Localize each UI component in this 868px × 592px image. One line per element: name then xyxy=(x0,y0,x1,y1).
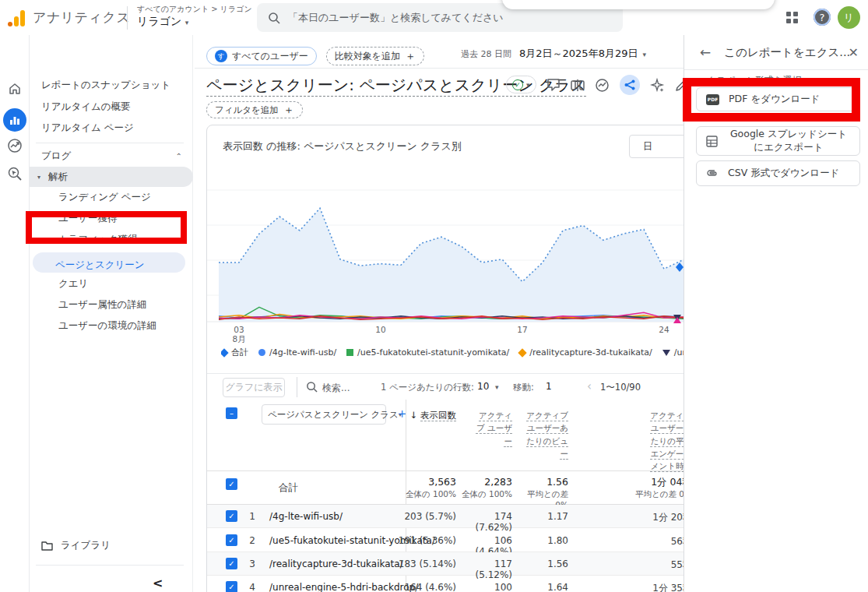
comparison-icon[interactable] xyxy=(571,78,585,92)
export-panel-header: ← このレポートをエクス... ✕ xyxy=(684,35,868,70)
chevron-down-icon[interactable]: ▾ xyxy=(495,383,499,391)
totals-checkbox[interactable]: ✓ xyxy=(226,478,237,490)
chevron-up-icon: ⌃ xyxy=(176,152,182,160)
totals-views-sub: 全体の 100% xyxy=(371,489,456,500)
add-filter-chip[interactable]: フィルタを追加 ＋ xyxy=(206,101,303,118)
all-users-chip[interactable]: す すべてのユーザー xyxy=(206,47,317,65)
reports-icon[interactable] xyxy=(3,108,26,132)
nav-realtime-pages[interactable]: リアルタイム ページ xyxy=(30,118,193,138)
nav-divider xyxy=(36,143,184,143)
search-placeholder: 「本日のユーザー数」と検索してみてください xyxy=(288,11,504,25)
attachment-icon xyxy=(706,167,719,179)
totals-label: 合計 xyxy=(279,481,298,495)
cell-time: 1分 35秒 xyxy=(568,582,692,592)
nav-report-snapshot[interactable]: レポートのスナップショット xyxy=(30,75,193,95)
nav-tech-details[interactable]: ユーザーの環境の詳細 xyxy=(30,315,193,336)
totals-time: 1分 04秒 xyxy=(568,476,692,489)
cell-vpu: 1.64 xyxy=(512,582,568,592)
column-header-views-per-user[interactable]: アクティブ ユーザーあ たりのビュ ー xyxy=(512,409,568,460)
goto-page-input[interactable]: 1 xyxy=(546,381,552,392)
data-quality-badge[interactable]: ✓ ▾ xyxy=(506,76,536,93)
nav-realtime-overview[interactable]: リアルタイムの概要 xyxy=(30,97,193,117)
legend-item: /ue5-fukatokutei-statunit-yomikata/ xyxy=(346,347,509,358)
row-checkbox[interactable]: ✓ xyxy=(226,534,237,546)
annotation-box-pages-screens xyxy=(26,211,187,244)
analytics-logo-icon[interactable] xyxy=(8,9,28,26)
legend-item: /realitycapture-3d-tukaikata/ xyxy=(519,347,652,358)
nav-divider-bottom xyxy=(36,565,184,566)
cell-views: 203 (5.7%) xyxy=(371,511,456,522)
square-marker-icon xyxy=(346,349,353,356)
cell-views: 164 (4.6%) xyxy=(371,582,456,592)
nav-landing-pages[interactable]: ランディング ページ xyxy=(30,187,193,207)
explore-icon[interactable] xyxy=(7,166,23,181)
date-range-picker[interactable]: 過去 28 日間8月2日～2025年8月29日▾ xyxy=(461,47,646,61)
close-icon[interactable]: ✕ xyxy=(849,45,859,60)
google-apps-grid-icon[interactable] xyxy=(786,12,798,23)
property-selector[interactable]: リラゴン ▾ xyxy=(137,15,188,29)
column-header-avg-engagement[interactable]: アクティブ ユーザーあ たりの平均 エンゲージ メント時間 xyxy=(568,409,692,472)
avatar[interactable]: リ xyxy=(838,6,860,29)
column-header-views[interactable]: ↓ 表示回数 xyxy=(371,409,456,423)
row-checkbox[interactable]: ✓ xyxy=(226,581,237,592)
row-checkbox[interactable]: ✓ xyxy=(226,558,237,569)
tri-down-marker-icon xyxy=(662,350,670,356)
diamond-marker-icon xyxy=(518,348,527,357)
expand-caret-icon: ▾ xyxy=(37,174,40,181)
back-arrow-icon[interactable]: ← xyxy=(700,44,711,60)
cell-views: 191 (5.36%) xyxy=(371,535,456,546)
account-breadcrumb[interactable]: すべてのアカウント > リラゴン xyxy=(137,4,252,15)
column-header-active-users[interactable]: アクティ ブ ユーザ ー xyxy=(456,409,512,447)
dimension-dropdown[interactable]: ページパスとスクリーン クラス ▾ xyxy=(262,404,386,425)
folder-icon xyxy=(41,541,53,551)
home-icon[interactable] xyxy=(8,82,22,96)
nav-library[interactable]: ライブラリ xyxy=(30,535,193,555)
totals-time-sub: 平均との差 0% xyxy=(568,489,692,500)
rows-per-page-select[interactable]: 10 xyxy=(477,381,489,392)
insights-icon[interactable] xyxy=(595,78,610,93)
check-circle-icon: ✓ xyxy=(512,79,523,90)
share-icon[interactable] xyxy=(620,75,640,95)
circle-marker-icon xyxy=(258,349,265,356)
goto-page-label: 移動: xyxy=(513,382,534,393)
nav-demographics-details[interactable]: ユーザー属性の詳細 xyxy=(30,294,193,315)
row-index: 1 xyxy=(244,511,255,522)
cell-views: 183 (5.14%) xyxy=(371,559,456,569)
toolbar-divider xyxy=(297,377,297,397)
prev-page-icon[interactable]: ‹ xyxy=(587,379,592,393)
sparkle-insights-icon[interactable] xyxy=(650,78,665,93)
row-page-path: /4g-lte-wifi-usb/ xyxy=(269,511,343,522)
help-icon[interactable]: ? xyxy=(814,9,831,26)
users-segment-icon: す xyxy=(215,50,227,62)
table-search-icon[interactable] xyxy=(306,381,318,393)
totals-users: 2,283 xyxy=(456,476,512,488)
nav-query[interactable]: クエリ xyxy=(30,273,193,294)
row-checkbox[interactable]: ✓ xyxy=(226,510,237,522)
rows-per-page-label: 1 ページあたりの行数: xyxy=(381,382,474,393)
topbar-divider xyxy=(127,6,128,30)
advertising-icon[interactable] xyxy=(7,138,23,153)
x-tick-24: 24 xyxy=(652,325,676,334)
export-panel-title: このレポートをエクス... xyxy=(724,45,850,60)
note-icon[interactable] xyxy=(546,78,561,92)
add-comparison-chip[interactable]: 比較対象を追加 ＋ xyxy=(326,47,424,65)
row-index: 3 xyxy=(244,559,255,569)
table-search-input[interactable]: 検索... xyxy=(322,382,350,395)
totals-users-sub: 全体の 100% xyxy=(456,489,512,500)
nav-collection-blog[interactable]: ブログ ⌃ xyxy=(30,146,193,166)
cell-vpu: 1.80 xyxy=(512,535,568,546)
line-chart xyxy=(207,125,684,329)
cell-time: 1分 20秒 xyxy=(568,511,692,524)
nav-topic-kaiseki[interactable]: ▾ 解析 xyxy=(30,167,193,187)
report-actions xyxy=(546,75,688,95)
x-tick-03: 038月 xyxy=(227,325,251,345)
nav-pages-screens-selected[interactable]: ページとスクリーン xyxy=(30,255,193,275)
chevron-down-icon: ▾ xyxy=(642,51,646,58)
collapse-nav-button[interactable]: < xyxy=(30,573,193,592)
app-nav-rail: ⚙ xyxy=(0,35,30,592)
export-sheets-button[interactable]: Google スプレッドシートにエクスポート xyxy=(696,126,860,156)
show-on-chart-button[interactable]: グラフに表示 xyxy=(223,378,285,397)
select-all-checkbox[interactable]: – xyxy=(226,407,237,419)
download-csv-button[interactable]: CSV 形式でダウンロード xyxy=(696,160,860,186)
diamond-marker-icon xyxy=(221,348,229,357)
